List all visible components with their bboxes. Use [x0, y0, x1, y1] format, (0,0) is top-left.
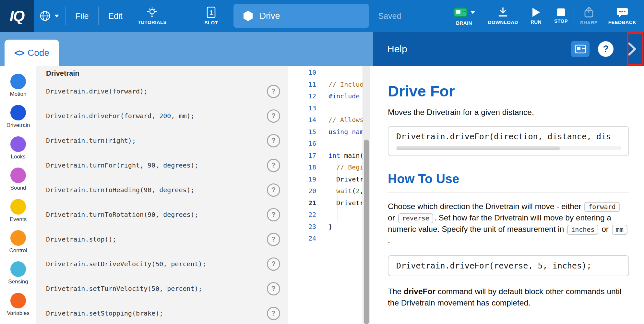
- command-text[interactable]: Drivetrain.driveFor(forward, 200, mm);: [46, 112, 195, 120]
- command-signature-box: Drivetrain.driveFor(direction, distance,…: [388, 126, 629, 156]
- command-help-button[interactable]: ?: [267, 307, 280, 320]
- drivetrain-category-icon[interactable]: [10, 105, 26, 120]
- motion-category-icon[interactable]: [10, 74, 26, 89]
- editor-vertical-scrollbar[interactable]: [363, 66, 370, 324]
- feedback-button[interactable]: FEEDBACK: [604, 0, 641, 32]
- editor-line[interactable]: 14// Allows: [288, 114, 373, 126]
- category-sound[interactable]: Sound: [0, 168, 36, 199]
- download-button[interactable]: DOWNLOAD: [482, 0, 524, 32]
- editor-line[interactable]: 19 Drivetr: [288, 173, 373, 185]
- category-control[interactable]: Control: [0, 230, 36, 261]
- line-code: // Begi: [328, 163, 364, 171]
- language-globe-button[interactable]: [39, 0, 59, 32]
- command-help-button[interactable]: ?: [267, 134, 280, 147]
- editor-line[interactable]: 10: [288, 67, 373, 79]
- editor-line[interactable]: 16: [288, 138, 373, 150]
- command-text[interactable]: Drivetrain.setStopping(brake);: [46, 309, 163, 317]
- editor-line[interactable]: 17int main(: [288, 150, 373, 162]
- command-help-button[interactable]: ?: [267, 85, 280, 98]
- signature-scrollbar-thumb[interactable]: [397, 146, 560, 150]
- category-motion[interactable]: Motion: [0, 74, 36, 105]
- lightbulb-icon: [147, 7, 158, 18]
- command-text[interactable]: Drivetrain.setTurnVelocity(50, percent);: [46, 285, 202, 293]
- command-help-button[interactable]: ?: [267, 257, 280, 271]
- command-text[interactable]: Drivetrain.turnToRotation(90, degrees);: [46, 211, 198, 218]
- editor-line[interactable]: 21 Drivetr: [288, 197, 373, 209]
- command-help-button[interactable]: ?: [267, 183, 280, 197]
- command-row: Drivetrain.turnToRotation(90, degrees);?: [46, 202, 288, 227]
- editor-line[interactable]: 15using name: [288, 126, 373, 138]
- category-label: Events: [10, 216, 27, 223]
- slot-button[interactable]: 1 SLOT: [197, 0, 225, 32]
- tutorials-button[interactable]: TUTORIALS: [132, 0, 172, 32]
- sound-category-icon[interactable]: [10, 168, 26, 183]
- vexcode-iq-window: IQ File Edit: [0, 0, 644, 324]
- category-looks[interactable]: Looks: [0, 136, 36, 168]
- tab-code[interactable]: <> Code: [5, 40, 59, 66]
- editor-line[interactable]: 18 // Begi: [288, 161, 373, 173]
- editor-line[interactable]: 11// Include: [288, 79, 373, 91]
- globe-icon: [39, 10, 51, 22]
- project-name-button[interactable]: Drive: [233, 4, 369, 28]
- sensing-category-icon[interactable]: [10, 261, 26, 277]
- command-text[interactable]: Drivetrain.turnToHeading(90, degrees);: [46, 186, 195, 194]
- code-editor[interactable]: 1011// Include12#include "1314// Allows1…: [288, 66, 373, 324]
- help-header: Help ?: [373, 32, 644, 66]
- category-drivetrain[interactable]: Drivetrain: [0, 105, 36, 136]
- line-number: 24: [288, 234, 316, 242]
- help-brain-toggle-button[interactable]: [571, 41, 590, 57]
- line-code: wait(2,: [328, 187, 364, 195]
- run-button[interactable]: RUN: [524, 0, 548, 32]
- looks-category-icon[interactable]: [10, 136, 26, 152]
- feedback-bubble-icon: [616, 7, 628, 18]
- category-variables[interactable]: Variables: [0, 293, 36, 324]
- command-text[interactable]: Drivetrain.setDriveVelocity(50, percent)…: [46, 260, 206, 268]
- project-name: Drive: [259, 11, 280, 21]
- variables-category-icon[interactable]: [10, 293, 26, 308]
- edit-menu[interactable]: Edit: [99, 0, 132, 32]
- share-label: SHARE: [580, 20, 598, 25]
- command-text[interactable]: Drivetrain.drive(forward);: [46, 87, 148, 95]
- usage-paragraph: Choose which direction the Drivetrain wi…: [388, 201, 629, 246]
- share-button[interactable]: SHARE: [574, 0, 604, 32]
- command-help-button[interactable]: ?: [267, 208, 280, 221]
- signature-horizontal-scrollbar[interactable]: [396, 146, 621, 150]
- editor-scrollbar-thumb[interactable]: [364, 140, 369, 324]
- editor-line[interactable]: 24: [288, 232, 373, 244]
- tutorials-label: TUTORIALS: [138, 19, 167, 25]
- editor-line[interactable]: 12#include ": [288, 90, 373, 102]
- slot-label: SLOT: [205, 20, 218, 25]
- category-sensing[interactable]: Sensing: [0, 261, 36, 293]
- brain-device-icon: [575, 44, 586, 54]
- command-help-button[interactable]: ?: [267, 109, 280, 123]
- brain-label: BRAIN: [456, 20, 472, 26]
- command-help-button[interactable]: ?: [267, 233, 280, 246]
- editor-line[interactable]: 22: [288, 209, 373, 221]
- inline-code-chip: reverse: [398, 213, 433, 223]
- command-text[interactable]: Drivetrain.turnFor(right, 90, degrees);: [46, 161, 198, 169]
- stop-button[interactable]: STOP: [548, 0, 574, 32]
- editor-line[interactable]: 13: [288, 102, 373, 114]
- category-label: Drivetrain: [6, 122, 30, 129]
- hexagon-icon: [243, 10, 253, 21]
- command-text[interactable]: Drivetrain.stop();: [46, 235, 116, 243]
- editor-line[interactable]: 20 wait(2,: [288, 185, 373, 197]
- help-question-button[interactable]: ?: [598, 41, 614, 57]
- command-text[interactable]: Drivetrain.turn(right);: [46, 137, 136, 144]
- editor-line[interactable]: 23}: [288, 221, 373, 233]
- command-row: Drivetrain.setTurnVelocity(50, percent);…: [46, 276, 288, 301]
- inline-code-chip: forward: [584, 202, 619, 212]
- command-help-button[interactable]: ?: [267, 159, 280, 172]
- category-events[interactable]: Events: [0, 199, 36, 230]
- events-category-icon[interactable]: [10, 199, 26, 215]
- help-command-title: Drive For: [388, 82, 629, 100]
- brain-button[interactable]: BRAIN: [446, 0, 482, 32]
- iq-logo: IQ: [0, 0, 34, 32]
- file-menu[interactable]: File: [66, 0, 98, 32]
- help-description: Moves the Drivetrain for a given distanc…: [388, 108, 629, 117]
- line-code: #include ": [328, 92, 367, 100]
- command-help-button[interactable]: ?: [267, 282, 280, 295]
- brain-icon: [453, 6, 468, 18]
- control-category-icon[interactable]: [10, 230, 26, 246]
- workspace: MotionDrivetrainLooksSoundEventsControlS…: [0, 66, 373, 324]
